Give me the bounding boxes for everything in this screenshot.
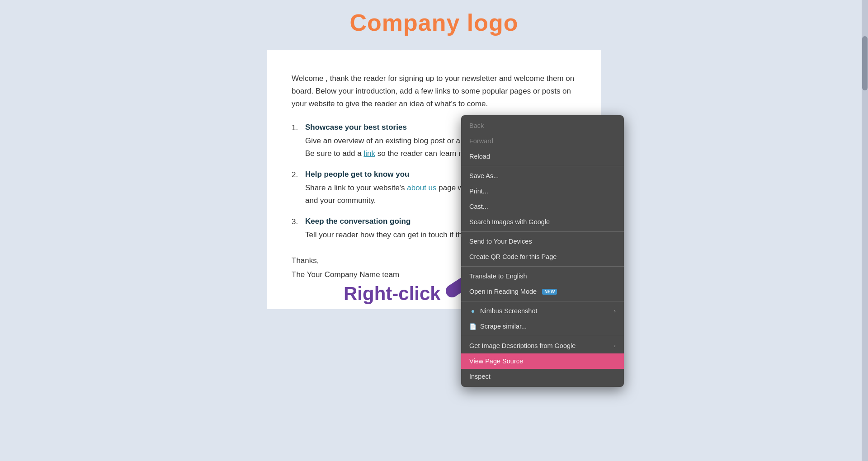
menu-item-search-images[interactable]: Search Images with Google: [461, 214, 624, 230]
menu-divider-2: [461, 231, 624, 232]
menu-item-back[interactable]: Back: [461, 118, 624, 133]
menu-item-print[interactable]: Print...: [461, 183, 624, 199]
list-number-1: 1.: [292, 123, 301, 132]
page-content: Company logo Welcome , thank the reader …: [0, 0, 868, 309]
menu-item-reload-label: Reload: [469, 153, 490, 160]
menu-item-back-label: Back: [469, 122, 484, 129]
menu-item-nimbus[interactable]: ● Nimbus Screenshot ›: [461, 303, 624, 319]
menu-divider-3: [461, 266, 624, 267]
menu-item-create-qr[interactable]: Create QR Code for this Page: [461, 249, 624, 264]
menu-item-save-as-label: Save As...: [469, 172, 499, 179]
menu-item-scrape[interactable]: 📄 Scrape similar...: [461, 319, 624, 334]
menu-item-print-label: Print...: [469, 188, 488, 195]
menu-item-create-qr-label: Create QR Code for this Page: [469, 253, 557, 260]
nimbus-icon: ●: [469, 307, 476, 315]
menu-item-translate[interactable]: Translate to English: [461, 268, 624, 284]
menu-item-cast-label: Cast...: [469, 203, 488, 210]
scrape-icon: 📄: [469, 323, 476, 330]
menu-item-translate-label: Translate to English: [469, 273, 527, 280]
menu-item-forward[interactable]: Forward: [461, 133, 624, 149]
new-badge: NEW: [542, 289, 557, 295]
menu-item-inspect-label: Inspect: [469, 373, 491, 380]
menu-divider-4: [461, 301, 624, 301]
email-intro: Welcome , thank the reader for signing u…: [292, 72, 576, 110]
menu-item-reading-mode-label: Open in Reading Mode NEW: [469, 288, 557, 295]
menu-divider-5: [461, 336, 624, 336]
scrollbar-thumb[interactable]: [862, 36, 868, 90]
menu-item-cast[interactable]: Cast...: [461, 199, 624, 214]
menu-item-send-devices[interactable]: Send to Your Devices: [461, 234, 624, 249]
menu-item-save-as[interactable]: Save As...: [461, 168, 624, 183]
menu-item-inspect[interactable]: Inspect: [461, 369, 624, 384]
link-1[interactable]: link: [363, 149, 375, 158]
chevron-right-icon: ›: [614, 308, 616, 314]
menu-item-image-descriptions[interactable]: Get Image Descriptions from Google ›: [461, 338, 624, 353]
menu-item-send-devices-label: Send to Your Devices: [469, 238, 532, 245]
company-logo: Company logo: [349, 9, 518, 36]
list-number-2: 2.: [292, 170, 301, 179]
menu-item-scrape-label: Scrape similar...: [480, 323, 527, 330]
right-click-label: Right-click: [344, 283, 441, 305]
menu-item-reading-mode[interactable]: Open in Reading Mode NEW: [461, 284, 624, 299]
chevron-right-icon-2: ›: [614, 343, 616, 349]
menu-item-view-source[interactable]: View Page Source: [461, 353, 624, 369]
menu-item-view-source-label: View Page Source: [469, 358, 523, 365]
menu-item-image-descriptions-label: Get Image Descriptions from Google: [469, 342, 576, 349]
scrollbar-track: [862, 0, 868, 461]
menu-item-forward-label: Forward: [469, 137, 493, 145]
menu-item-search-images-label: Search Images with Google: [469, 218, 550, 226]
list-number-3: 3.: [292, 217, 301, 226]
link-2[interactable]: about us: [407, 183, 436, 192]
menu-item-nimbus-label: Nimbus Screenshot: [480, 307, 538, 315]
menu-item-reload[interactable]: Reload: [461, 149, 624, 164]
menu-divider: [461, 166, 624, 166]
context-menu: Back Forward Reload Save As... Print... …: [461, 115, 624, 387]
